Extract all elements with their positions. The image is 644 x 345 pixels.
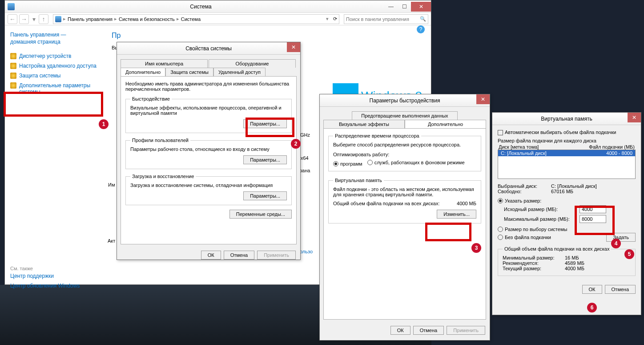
perdisk-label: Размер файла подкачки для каждого диска [498, 138, 636, 143]
disk-row-c[interactable]: C: [Локальный диск]4000 - 8000 [498, 150, 635, 156]
radio-programs[interactable]: программ [333, 161, 362, 166]
env-vars-button[interactable]: Переменные среды... [229, 210, 292, 219]
annotation-badge-4: 4 [611, 239, 621, 248]
tab-visual-effects[interactable]: Визуальные эффекты [323, 120, 405, 128]
breadcrumb[interactable]: ▸ Панель управления ▸ Система и безопасн… [53, 14, 339, 24]
sidebar-link-remote[interactable]: Настройка удаленного доступа [10, 61, 99, 71]
annotation-badge-6: 6 [587, 303, 597, 313]
refresh-icon[interactable]: ⟳ [333, 16, 337, 22]
annotation-badge-1: 1 [99, 119, 109, 129]
window-title: Система [17, 4, 384, 10]
sidebar-link-update[interactable]: Центр обновления Windows [10, 281, 99, 291]
back-button[interactable]: ← [8, 14, 17, 24]
radio-services[interactable]: служб, работающих в фоновом режиме [367, 160, 465, 165]
virtual-memory-dialog: Виртуальная память ✕ Автоматически выбир… [492, 112, 641, 315]
up-button[interactable]: ↑ [39, 14, 48, 24]
annotation-badge-2: 2 [291, 139, 301, 149]
search-input[interactable] [346, 16, 420, 22]
tab-computer-name[interactable]: Имя компьютера [121, 59, 208, 68]
sidebar-header-1[interactable]: Панель управления — [10, 32, 99, 38]
vmem-title: Виртуальная память ✕ [492, 113, 641, 125]
navbar: ← → ▾ ↑ ▸ Панель управления ▸ Система и … [5, 13, 431, 25]
sidebar-link-protection[interactable]: Защита системы [10, 71, 99, 81]
minimize-button[interactable]: — [384, 2, 398, 12]
change-vm-button[interactable]: Изменить... [437, 210, 476, 219]
location-icon [55, 16, 61, 22]
tab-dep[interactable]: Предотвращение выполнения данных [352, 111, 458, 120]
sysprops-apply-button[interactable]: Применить [257, 251, 296, 260]
perfopts-title: Параметры быстродействия ✕ [320, 94, 490, 107]
history-dropdown[interactable]: ▾ [31, 14, 37, 24]
perfopts-close-button[interactable]: ✕ [476, 94, 490, 104]
sysprops-cancel-button[interactable]: Отмена [224, 251, 254, 260]
sysprops-title: Свойства системы ✕ [117, 42, 300, 55]
annotation-badge-5: 5 [624, 249, 634, 259]
group-profiles: Профили пользователей Параметры рабочего… [125, 138, 292, 169]
search-box[interactable]: 🔍 [344, 14, 428, 24]
group-totals: Общий объем файла подкачки на всех диска… [498, 246, 636, 276]
annotation-badge-3: 3 [471, 243, 481, 253]
main-heading: Пр [112, 32, 424, 40]
performance-options-dialog: Параметры быстродействия ✕ Предотвращени… [319, 94, 490, 341]
forward-button[interactable]: → [19, 14, 29, 24]
tab-hardware[interactable]: Оборудование [209, 59, 296, 68]
tab-protection[interactable]: Защита системы [165, 68, 213, 76]
group-boot: Загрузка и восстановление Загрузка и вос… [125, 174, 292, 205]
system-properties-dialog: Свойства системы ✕ Имя компьютера Оборуд… [117, 42, 301, 260]
see-also-label: См. также [10, 266, 99, 271]
sysprops-ok-button[interactable]: ОК [201, 251, 221, 260]
annotation-box-2 [246, 118, 294, 137]
vmem-cancel-button[interactable]: Отмена [605, 285, 636, 294]
tab-remote[interactable]: Удаленный доступ [213, 68, 266, 76]
annotation-box-4 [575, 206, 615, 235]
tab-advanced-perf[interactable]: Дополнительно [405, 120, 486, 128]
maximize-button[interactable]: ☐ [398, 2, 411, 12]
search-icon[interactable]: 🔍 [420, 16, 426, 22]
titlebar: Система — ☐ ✕ [5, 0, 431, 13]
perfopts-cancel-button[interactable]: Отмена [413, 326, 444, 335]
sidebar: Панель управления — домашняя страница Ди… [5, 25, 105, 284]
sidebar-header-2[interactable]: домашняя страница [10, 39, 99, 45]
sysprops-close-button[interactable]: ✕ [287, 42, 300, 52]
radio-system-size[interactable]: Размер по выбору системы [498, 227, 567, 232]
sysprops-intro: Необходимо иметь права администратора дл… [125, 81, 292, 92]
perfopts-apply-button[interactable]: Применить [447, 326, 485, 335]
breadcrumb-dropdown-icon[interactable]: ▾ [326, 16, 329, 22]
disk-list[interactable]: C: [Локальный диск]4000 - 8000 [498, 150, 636, 179]
sidebar-link-device-manager[interactable]: Диспетчер устройств [10, 51, 99, 61]
perfopts-ok-button[interactable]: ОК [390, 326, 411, 335]
radio-no-pagefile[interactable]: Без файла подкачки [498, 235, 551, 240]
boot-settings-button[interactable]: Параметры... [243, 191, 287, 200]
annotation-box-1 [4, 92, 103, 117]
vmem-close-button[interactable]: ✕ [628, 113, 641, 122]
sidebar-link-support[interactable]: Центр поддержки [10, 271, 99, 281]
auto-size-checkbox[interactable] [498, 130, 503, 135]
tab-advanced[interactable]: Дополнительно [121, 68, 165, 76]
close-button[interactable]: ✕ [411, 2, 431, 12]
vmem-ok-button[interactable]: ОК [582, 285, 602, 294]
group-virtual-memory: Виртуальная память Файл подкачки - это о… [328, 178, 481, 223]
radio-custom-size[interactable]: Указать размер: [498, 198, 541, 203]
group-scheduling: Распределение времени процессора Выберит… [328, 133, 481, 171]
annotation-box-3 [425, 223, 471, 241]
profiles-settings-button[interactable]: Параметры... [243, 155, 287, 164]
